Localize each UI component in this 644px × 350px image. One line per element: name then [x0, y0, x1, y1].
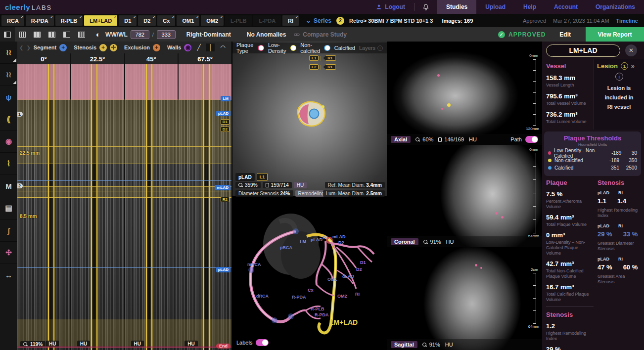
- coronal-zoom[interactable]: 91%: [423, 239, 441, 245]
- bookmark-tool[interactable]: M: [0, 175, 17, 197]
- lumen-contour-line[interactable]: [203, 64, 204, 350]
- branch-tag-d1[interactable]: D1: [221, 119, 230, 125]
- tree-label-drca[interactable]: dRCA: [256, 294, 269, 299]
- nav-item-studies[interactable]: Studies: [437, 0, 476, 14]
- next-icon[interactable]: ❯: [26, 45, 30, 50]
- vessel-tab-om1[interactable]: OM1✓: [177, 15, 199, 26]
- non-calcified-toggle[interactable]: [290, 45, 297, 51]
- tree-label-d1[interactable]: D1: [322, 235, 328, 240]
- vessel-tab-ri[interactable]: RI✓: [282, 15, 299, 26]
- series-dropdown[interactable]: ⌄Series: [306, 17, 331, 24]
- branch-badge-lm[interactable]: LM: [221, 96, 230, 101]
- tree-label-lm[interactable]: LM: [300, 239, 306, 244]
- mpr-panel-67deg[interactable]: HU: [179, 64, 231, 350]
- timeline-link[interactable]: Timeline: [616, 18, 638, 24]
- add-stenosis-button[interactable]: +: [99, 44, 107, 51]
- zoom-chip[interactable]: 359%: [235, 182, 261, 188]
- angle-22[interactable]: 22.5°: [71, 53, 124, 64]
- layout-dual-button[interactable]: [59, 27, 74, 42]
- coronary-tree-3d-view[interactable]: pRCA mRCA dRCA R-PDA R-PLB R-PDA LM pLAD…: [232, 196, 387, 350]
- mpr-panel-0deg[interactable]: 119% HU: [17, 64, 70, 350]
- layout-split-button[interactable]: [30, 27, 45, 42]
- centerline-tool[interactable]: ⌇: [0, 153, 17, 175]
- hu-chip[interactable]: HU: [294, 182, 307, 188]
- lesion-row-l2[interactable]: L2 R1: [309, 64, 336, 70]
- vessel-tab-rca[interactable]: RCA✓: [1, 15, 24, 26]
- add-segment-button[interactable]: +: [59, 44, 67, 51]
- nav-item-help[interactable]: Help: [514, 0, 545, 14]
- nav-item-upload[interactable]: Upload: [476, 0, 514, 14]
- add-exclusion-button[interactable]: +: [153, 44, 160, 51]
- curve-tool-icon[interactable]: ╱: [194, 44, 203, 51]
- view-report-button[interactable]: View Report: [586, 27, 644, 42]
- lesion-marker-1[interactable]: 1: [17, 112, 23, 117]
- layout-single-button[interactable]: [0, 27, 15, 42]
- tree-label-om2[interactable]: OM2: [337, 294, 347, 299]
- calcified-toggle[interactable]: [324, 45, 330, 51]
- tree-label-d2[interactable]: D2: [338, 240, 344, 245]
- straightened-vessel-tool[interactable]: ≀≀: [0, 42, 17, 64]
- sagittal-view[interactable]: 2cm 64mm Sagittal 91% HU: [387, 247, 542, 350]
- tree-label-rplb[interactable]: R-PLB: [311, 306, 324, 311]
- contrast-icon[interactable]: ◐: [96, 30, 100, 39]
- vessel-tree-tool[interactable]: ψ: [0, 86, 17, 108]
- sagittal-hu[interactable]: HU: [445, 342, 453, 348]
- nav-item-account[interactable]: Account: [545, 0, 587, 14]
- vessel-tab-d2[interactable]: D2✓: [138, 15, 156, 26]
- mpr-panel-22deg[interactable]: HU: [71, 64, 124, 350]
- lesion-badge[interactable]: L1: [257, 173, 268, 181]
- line-tool-icon[interactable]: │: [206, 44, 215, 51]
- vessel-tab-om2[interactable]: OM2✓: [201, 15, 224, 26]
- axial-hu[interactable]: HU: [469, 136, 477, 142]
- coronal-view[interactable]: 0mm 64mm Coronal 91% HU: [387, 145, 542, 247]
- tree-label-ri[interactable]: RI: [355, 292, 360, 297]
- tree-label-lm-lad-main[interactable]: LM+LAD: [329, 318, 358, 326]
- axial-view[interactable]: 0mm 120mm Axial 60% 146/169 HU Path: [387, 43, 542, 145]
- axial-frame[interactable]: 146/169: [438, 136, 464, 142]
- vessel-title-pill[interactable]: LM+LAD: [546, 44, 620, 57]
- vessel-badge[interactable]: pLAD: [235, 173, 255, 181]
- sagittal-zoom[interactable]: 91%: [422, 342, 440, 348]
- vessel-tab-r-plb[interactable]: R-PLB✓: [55, 15, 83, 26]
- vessel-tab-cx[interactable]: Cx✓: [157, 15, 175, 26]
- branch-badge-plad[interactable]: pLAD: [216, 111, 230, 116]
- compare-study-button[interactable]: Compare Study: [294, 31, 347, 38]
- cross-section-tool[interactable]: ◉: [0, 131, 17, 153]
- lumen-contour-line[interactable]: [151, 64, 152, 350]
- vessel-tab-r-pda[interactable]: R-PDA✓: [26, 15, 54, 26]
- lumen-contour-line[interactable]: [53, 64, 54, 350]
- crosshair-tool[interactable]: ✣: [0, 242, 17, 264]
- wl-input[interactable]: 333: [157, 30, 176, 39]
- tree-label-plad[interactable]: pLAD: [311, 237, 322, 242]
- layout-columns-button[interactable]: [15, 27, 30, 42]
- notifications-button[interactable]: [414, 0, 437, 14]
- lumen-contour-line[interactable]: [209, 64, 210, 350]
- angle-0[interactable]: 0°: [17, 53, 70, 64]
- tree-label-mlad[interactable]: mLAD: [332, 234, 346, 239]
- close-icon[interactable]: ✕: [625, 44, 637, 56]
- tree-label-dlad[interactable]: dLAD: [342, 274, 354, 279]
- tree-label-mrca[interactable]: mRCA: [247, 262, 261, 267]
- measure-tool[interactable]: ↔: [0, 264, 17, 286]
- lumen-contour-line[interactable]: [48, 64, 49, 350]
- tree-label-d2-distal[interactable]: D2: [356, 267, 362, 272]
- tree-label-prca[interactable]: pRCA: [280, 245, 292, 250]
- edit-stenosis-button[interactable]: ✛: [110, 44, 117, 51]
- straightened-vessel-alt-tool[interactable]: ≀≀: [0, 64, 17, 86]
- vessel-cross-section-contour[interactable]: [288, 96, 332, 135]
- ww-input[interactable]: 782: [131, 30, 149, 39]
- segment-tool[interactable]: ʃ: [0, 219, 17, 242]
- frame-chip[interactable]: 159/714: [263, 182, 292, 188]
- labels-toggle[interactable]: [256, 339, 269, 346]
- coronal-hu[interactable]: HU: [446, 239, 454, 245]
- path-toggle[interactable]: [525, 136, 538, 143]
- low-density-toggle[interactable]: [258, 45, 264, 51]
- layout-grid-button[interactable]: [74, 27, 89, 42]
- lumen-contour-line[interactable]: [96, 64, 97, 350]
- angle-45[interactable]: 45°: [125, 53, 178, 64]
- tree-label-om1[interactable]: OM1: [327, 277, 337, 282]
- layout-quad-button[interactable]: [45, 27, 59, 42]
- vessel-tab-d1[interactable]: D1✓: [119, 15, 137, 26]
- angle-67[interactable]: 67.5°: [179, 53, 231, 64]
- cross-section-view[interactable]: Plaque Type Low-Density Non-calcified Ca…: [232, 42, 387, 196]
